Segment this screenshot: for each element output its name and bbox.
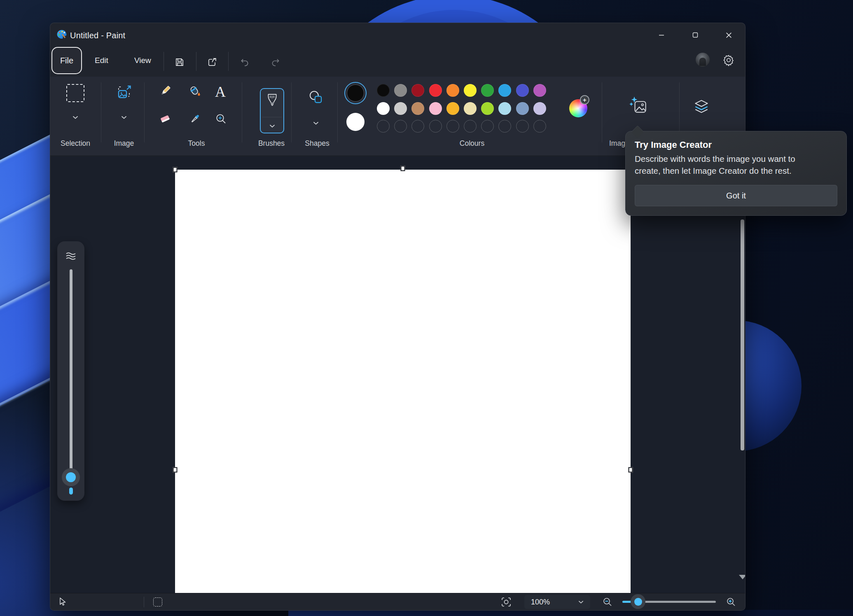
brushes-chevron-down-icon[interactable] (269, 122, 275, 129)
canvas-handle-top-center[interactable] (401, 166, 405, 171)
save-button[interactable] (171, 54, 188, 70)
image-creator-teaching-tooltip: Try Image Creator Describe with words th… (625, 131, 847, 216)
colour-swatch[interactable] (464, 102, 477, 115)
secondary-colour-swatch[interactable] (346, 113, 365, 131)
drawing-canvas[interactable] (175, 170, 631, 595)
ribbon-separator (602, 82, 602, 142)
edit-menu-button[interactable]: Edit (88, 51, 115, 70)
close-button[interactable] (716, 26, 741, 44)
eraser-tool-button[interactable] (159, 112, 172, 127)
canvas-handle-left-middle[interactable] (173, 467, 178, 473)
share-button[interactable] (204, 54, 220, 70)
colour-swatch[interactable] (481, 102, 494, 115)
cursor-position-icon (58, 597, 67, 609)
layers-icon (692, 97, 711, 116)
primary-colour-swatch-inner (347, 84, 364, 102)
zoom-slider-thumb[interactable] (634, 598, 642, 606)
colour-swatch[interactable] (464, 84, 477, 97)
ribbon-separator (337, 82, 338, 142)
statusbar: 100% (50, 593, 745, 610)
colour-swatch[interactable] (533, 102, 546, 115)
got-it-button-label: Got it (726, 191, 746, 201)
image-creator-button[interactable] (629, 96, 649, 117)
zoom-in-button[interactable] (726, 597, 736, 609)
selection-tool-button[interactable] (66, 84, 84, 102)
colour-swatch-empty[interactable] (481, 120, 494, 133)
text-tool-button[interactable]: A (215, 83, 226, 100)
ribbon-separator (291, 82, 292, 142)
colour-swatch[interactable] (498, 84, 511, 97)
shapes-button[interactable] (306, 89, 325, 109)
colour-swatch-empty[interactable] (429, 120, 442, 133)
redo-button[interactable] (267, 54, 284, 70)
primary-colour-swatch[interactable] (344, 82, 367, 104)
settings-gear-icon[interactable] (720, 52, 737, 68)
add-colour-icon[interactable]: + (580, 95, 589, 105)
colour-swatch[interactable] (411, 102, 424, 115)
colour-swatch-empty[interactable] (377, 120, 390, 133)
fill-tool-button[interactable] (188, 84, 202, 100)
colour-swatch[interactable] (446, 84, 459, 97)
canvas-handle-right-middle[interactable] (629, 467, 633, 473)
colour-row-custom-empty (377, 120, 546, 133)
zoom-out-button[interactable] (602, 597, 613, 609)
magnifier-tool-button[interactable] (215, 112, 228, 127)
colour-swatch-empty[interactable] (394, 120, 407, 133)
brushes-button[interactable] (260, 88, 284, 133)
image-chevron-down-icon[interactable] (121, 113, 127, 121)
colour-swatch[interactable] (516, 84, 529, 97)
colour-swatch-empty[interactable] (411, 120, 424, 133)
statusbar-separator (144, 597, 144, 607)
colour-swatch-empty[interactable] (533, 120, 546, 133)
colour-swatch[interactable] (481, 84, 494, 97)
file-menu-button[interactable]: File (51, 47, 82, 74)
menubar-separator (196, 52, 196, 71)
size-slider-track[interactable] (70, 269, 72, 480)
pencil-tool-button[interactable] (158, 84, 172, 100)
colour-swatch[interactable] (429, 84, 442, 97)
vertical-scrollbar-thumb[interactable] (741, 219, 744, 450)
view-menu-button[interactable]: View (128, 51, 158, 70)
layers-button[interactable] (692, 97, 711, 118)
zoom-slider-track[interactable] (638, 601, 716, 603)
menubar-separator (164, 52, 164, 71)
colour-swatch-empty[interactable] (464, 120, 477, 133)
fill-bucket-icon (188, 84, 202, 98)
colour-swatch[interactable] (498, 102, 511, 115)
account-avatar[interactable] (696, 53, 710, 67)
titlebar[interactable]: Untitled - Paint (50, 23, 745, 46)
colour-swatch[interactable] (429, 102, 442, 115)
zoom-level-dropdown[interactable]: 100% (524, 595, 590, 609)
color-picker-tool-button[interactable] (188, 112, 201, 127)
size-slider-thumb[interactable] (66, 472, 76, 482)
selection-chevron-down-icon[interactable] (72, 113, 78, 121)
colour-swatch[interactable] (446, 102, 459, 115)
colour-swatch[interactable] (533, 84, 546, 97)
tools-section-label: Tools (188, 139, 205, 148)
image-tool-button[interactable] (114, 82, 134, 104)
colour-swatch-empty[interactable] (446, 120, 459, 133)
size-slider-panel (57, 241, 84, 501)
colour-swatch[interactable] (394, 102, 407, 115)
zoom-to-fit-icon[interactable] (501, 597, 512, 609)
paint-app-icon (56, 29, 68, 42)
eraser-icon (159, 112, 172, 126)
shapes-chevron-down-icon[interactable] (313, 119, 319, 126)
minimize-button[interactable] (649, 26, 674, 44)
colour-swatch[interactable] (394, 84, 407, 97)
colour-swatch[interactable] (411, 84, 424, 97)
maximize-button[interactable] (682, 26, 708, 44)
size-slider-min-indicator (69, 488, 73, 495)
colour-swatch[interactable] (516, 102, 529, 115)
scrollbar-down-arrow[interactable] (739, 575, 745, 579)
colour-swatch-empty[interactable] (516, 120, 529, 133)
colour-swatch-empty[interactable] (498, 120, 511, 133)
undo-button[interactable] (236, 54, 253, 70)
colour-swatch[interactable] (377, 102, 390, 115)
text-tool-glyph: A (215, 84, 226, 100)
got-it-button[interactable]: Got it (635, 185, 837, 206)
thickness-waves-icon (65, 252, 77, 263)
canvas-handle-top-left[interactable] (173, 167, 178, 173)
ribbon-separator (101, 82, 101, 142)
colour-swatch[interactable] (377, 84, 390, 97)
